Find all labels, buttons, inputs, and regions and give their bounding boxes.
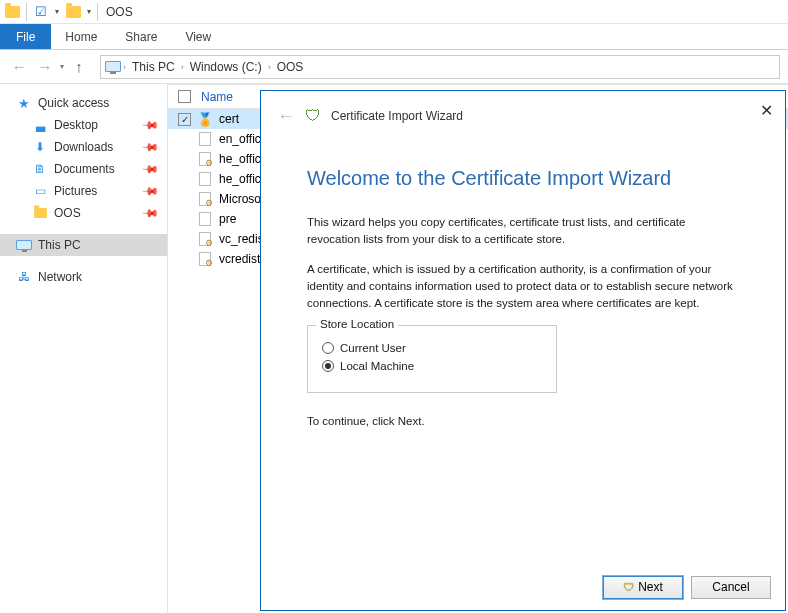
- nav-label: Documents: [54, 162, 115, 176]
- button-label: Cancel: [712, 580, 749, 594]
- chevron-right-icon[interactable]: ›: [123, 62, 126, 72]
- file-icon: [197, 171, 213, 187]
- pin-icon: 📌: [140, 137, 159, 156]
- shield-icon: 🛡: [623, 581, 634, 593]
- nav-label: Desktop: [54, 118, 98, 132]
- continue-text: To continue, click Next.: [307, 415, 739, 427]
- title-bar: ☑ ▾ ▾ OOS: [0, 0, 788, 24]
- window-title: OOS: [106, 5, 133, 19]
- checkbox[interactable]: ✓: [178, 113, 191, 126]
- desktop-icon: ▃: [32, 117, 48, 133]
- column-name[interactable]: Name: [201, 90, 233, 104]
- radio-icon[interactable]: [322, 360, 334, 372]
- config-icon: [197, 151, 213, 167]
- nav-label: This PC: [38, 238, 81, 252]
- nav-this-pc[interactable]: This PC: [0, 234, 167, 256]
- ribbon-tabs: File Home Share View: [0, 24, 788, 50]
- wizard-paragraph: A certificate, which is issued by a cert…: [307, 261, 739, 311]
- certificate-import-wizard: ← 🛡 Certificate Import Wizard ✕ Welcome …: [260, 90, 786, 611]
- tab-file[interactable]: File: [0, 24, 51, 49]
- certificate-wizard-icon: 🛡: [305, 107, 321, 125]
- back-button[interactable]: ←: [8, 56, 30, 78]
- wizard-paragraph: This wizard helps you copy certificates,…: [307, 214, 739, 247]
- wizard-title: Certificate Import Wizard: [331, 109, 463, 123]
- crumb-folder[interactable]: OOS: [273, 60, 308, 74]
- downloads-icon: ⬇: [32, 139, 48, 155]
- store-location-legend: Store Location: [316, 318, 398, 330]
- crumb-drive[interactable]: Windows (C:): [186, 60, 266, 74]
- divider: [26, 3, 27, 21]
- pin-icon: 📌: [140, 115, 159, 134]
- wizard-header: ← 🛡 Certificate Import Wizard ✕: [261, 91, 785, 141]
- file-name: pre: [219, 212, 236, 226]
- this-pc-icon: [105, 61, 121, 72]
- nav-label: Downloads: [54, 140, 113, 154]
- radio-local-machine[interactable]: Local Machine: [322, 360, 542, 372]
- up-button[interactable]: ↑: [68, 56, 90, 78]
- installer-icon: [197, 251, 213, 267]
- radio-current-user[interactable]: Current User: [322, 342, 542, 354]
- file-icon: [197, 211, 213, 227]
- navigation-pane: ★ Quick access ▃ Desktop 📌 ⬇ Downloads 📌…: [0, 84, 168, 613]
- nav-label: Network: [38, 270, 82, 284]
- nav-desktop[interactable]: ▃ Desktop 📌: [0, 114, 167, 136]
- nav-row: ← → ▾ ↑ › This PC › Windows (C:) › OOS: [0, 50, 788, 84]
- chevron-right-icon[interactable]: ›: [181, 62, 184, 72]
- chevron-down-icon[interactable]: ▾: [55, 7, 59, 16]
- file-icon: [197, 131, 213, 147]
- file-name: cert: [219, 112, 239, 126]
- nav-pictures[interactable]: ▭ Pictures 📌: [0, 180, 167, 202]
- address-bar[interactable]: › This PC › Windows (C:) › OOS: [100, 55, 780, 79]
- next-button[interactable]: 🛡 Next: [603, 576, 683, 599]
- nav-documents[interactable]: 🗎 Documents 📌: [0, 158, 167, 180]
- this-pc-icon: [16, 237, 32, 253]
- radio-label: Local Machine: [340, 360, 414, 372]
- button-label: Next: [638, 580, 663, 594]
- network-icon: 🖧: [16, 269, 32, 285]
- pictures-icon: ▭: [32, 183, 48, 199]
- radio-label: Current User: [340, 342, 406, 354]
- config-icon: [197, 191, 213, 207]
- nav-quick-access[interactable]: ★ Quick access: [0, 92, 167, 114]
- back-icon[interactable]: ←: [277, 106, 295, 127]
- tab-view[interactable]: View: [171, 24, 225, 49]
- chevron-right-icon[interactable]: ›: [268, 62, 271, 72]
- pin-icon: 📌: [140, 203, 159, 222]
- tab-home[interactable]: Home: [51, 24, 111, 49]
- wizard-footer: 🛡 Next Cancel: [261, 564, 785, 610]
- folder-icon: [65, 4, 81, 20]
- forward-button[interactable]: →: [34, 56, 56, 78]
- radio-icon[interactable]: [322, 342, 334, 354]
- pin-icon: 📌: [140, 181, 159, 200]
- cancel-button[interactable]: Cancel: [691, 576, 771, 599]
- certificate-icon: 🏅: [197, 111, 213, 127]
- nav-label: Quick access: [38, 96, 109, 110]
- star-icon: ★: [16, 95, 32, 111]
- wizard-heading: Welcome to the Certificate Import Wizard: [307, 167, 739, 190]
- folder-icon: [4, 4, 20, 20]
- pin-icon: 📌: [140, 159, 159, 178]
- history-chevron-icon[interactable]: ▾: [60, 62, 64, 71]
- nav-label: OOS: [54, 206, 81, 220]
- chevron-down-icon[interactable]: ▾: [87, 7, 91, 16]
- close-button[interactable]: ✕: [760, 101, 773, 120]
- divider: [97, 3, 98, 21]
- wizard-body: Welcome to the Certificate Import Wizard…: [261, 141, 785, 564]
- store-location-group: Store Location Current User Local Machin…: [307, 325, 557, 393]
- documents-icon: 🗎: [32, 161, 48, 177]
- check-icon[interactable]: ☑: [33, 4, 49, 20]
- nav-label: Pictures: [54, 184, 97, 198]
- nav-network[interactable]: 🖧 Network: [0, 266, 167, 288]
- crumb-this-pc[interactable]: This PC: [128, 60, 179, 74]
- tab-share[interactable]: Share: [111, 24, 171, 49]
- nav-downloads[interactable]: ⬇ Downloads 📌: [0, 136, 167, 158]
- nav-oos[interactable]: OOS 📌: [0, 202, 167, 224]
- folder-icon: [32, 205, 48, 221]
- checkbox[interactable]: [178, 90, 191, 103]
- installer-icon: [197, 231, 213, 247]
